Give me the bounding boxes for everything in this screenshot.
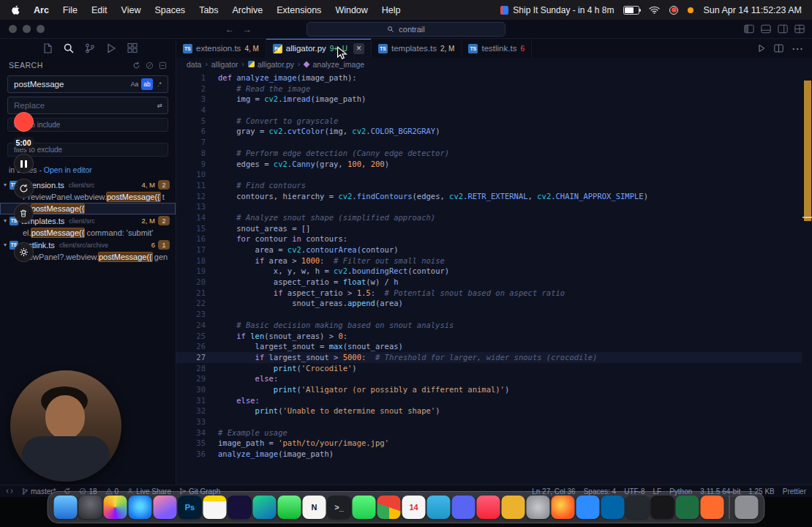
menu-arc[interactable]: Arc bbox=[34, 5, 49, 15]
code-line[interactable]: 6 gray = cv2.cvtColor(img, cv2.COLOR_BGR… bbox=[176, 126, 802, 137]
dock-vscode-icon[interactable] bbox=[601, 496, 625, 519]
code-line[interactable]: 2 # Read the image bbox=[176, 83, 802, 94]
code-line[interactable]: 23 bbox=[176, 309, 802, 320]
menu-file[interactable]: File bbox=[63, 5, 78, 15]
line-number[interactable]: 19 bbox=[176, 266, 218, 277]
webcam-overlay[interactable] bbox=[10, 370, 121, 482]
dock-slack-icon[interactable] bbox=[502, 496, 525, 519]
pause-recording-button[interactable] bbox=[14, 154, 34, 173]
collapse-all-icon[interactable] bbox=[159, 61, 167, 70]
line-number[interactable]: 14 bbox=[176, 212, 218, 223]
line-number[interactable]: 27 bbox=[176, 352, 218, 363]
minimize-window-button[interactable] bbox=[23, 25, 31, 33]
dock-zoom-icon[interactable] bbox=[576, 496, 600, 519]
apple-menu-icon[interactable] bbox=[10, 4, 22, 16]
line-number[interactable]: 3 bbox=[176, 94, 218, 105]
line-number[interactable]: 12 bbox=[176, 191, 218, 202]
status-remote[interactable] bbox=[6, 487, 13, 495]
close-tab-icon[interactable]: × bbox=[353, 43, 364, 54]
code-line[interactable]: 16 for contour in contours: bbox=[176, 233, 802, 244]
search-icon[interactable] bbox=[62, 42, 75, 55]
menu-window[interactable]: Window bbox=[335, 5, 367, 15]
breadcrumb-item[interactable]: alligator bbox=[211, 60, 238, 69]
line-number[interactable]: 10 bbox=[176, 169, 218, 180]
menu-edit[interactable]: Edit bbox=[91, 5, 108, 15]
tab-extension.ts[interactable]: TSextension.ts4, M bbox=[176, 39, 266, 58]
dock-tv-icon[interactable] bbox=[651, 496, 674, 519]
replace-input[interactable] bbox=[12, 100, 153, 111]
wifi-icon[interactable] bbox=[649, 6, 660, 14]
menu-view[interactable]: View bbox=[121, 5, 141, 15]
toggle-secondary-sidebar-icon[interactable] bbox=[778, 24, 788, 34]
line-number[interactable]: 22 bbox=[176, 298, 218, 309]
code-line[interactable]: 28 print('Crocodile') bbox=[176, 363, 802, 374]
dock-pycharm-icon[interactable] bbox=[253, 496, 277, 519]
line-number[interactable]: 6 bbox=[176, 126, 218, 137]
source-control-icon[interactable] bbox=[83, 42, 96, 55]
menu-help[interactable]: Help bbox=[382, 5, 401, 15]
code-line[interactable]: 9 edges = cv2.Canny(gray, 100, 200) bbox=[176, 159, 802, 170]
dock-calendar-icon[interactable]: 14 bbox=[402, 496, 426, 519]
dock-telegram-icon[interactable] bbox=[427, 496, 451, 519]
stop-recording-button[interactable] bbox=[14, 112, 34, 132]
menu-spaces[interactable]: Spaces bbox=[154, 5, 185, 15]
close-window-button[interactable] bbox=[9, 25, 17, 33]
code-line[interactable]: 27 if largest_snout > 5000: # Threshold … bbox=[176, 352, 802, 363]
code-line[interactable]: 19 x, y, w, h = cv2.boundingRect(contour… bbox=[176, 266, 802, 277]
code-line[interactable]: 11 # Find contours bbox=[176, 180, 802, 191]
split-editor-icon[interactable] bbox=[774, 44, 783, 53]
screen-recording-indicator-icon[interactable] bbox=[669, 6, 678, 15]
dock-chrome-icon[interactable] bbox=[377, 496, 401, 519]
zoom-window-button[interactable] bbox=[37, 25, 45, 33]
dock-system-settings-icon[interactable] bbox=[527, 496, 550, 519]
line-number[interactable]: 30 bbox=[176, 384, 218, 395]
code-line[interactable]: 18 if area > 1000: # Filter out small no… bbox=[176, 255, 802, 266]
files-to-exclude-input[interactable] bbox=[12, 145, 163, 154]
more-actions-icon[interactable]: ⋯ bbox=[792, 42, 803, 56]
breadcrumb-item[interactable]: data bbox=[187, 60, 201, 69]
line-number[interactable]: 36 bbox=[176, 449, 218, 460]
code-line[interactable]: 36analyze_image(image_path) bbox=[176, 449, 802, 460]
code-line[interactable]: 30 print('Alligator (or possibly a diffe… bbox=[176, 384, 802, 395]
code-line[interactable]: 7 bbox=[176, 137, 802, 148]
clear-search-results-icon[interactable] bbox=[146, 61, 154, 70]
line-number[interactable]: 15 bbox=[176, 223, 218, 234]
delete-recording-button[interactable] bbox=[14, 203, 34, 223]
line-number[interactable]: 24 bbox=[176, 320, 218, 331]
toggle-panel-icon[interactable] bbox=[761, 24, 771, 34]
code-line[interactable]: 34# Example usage bbox=[176, 427, 802, 438]
code-line[interactable]: 5 # Convert to grayscale bbox=[176, 116, 802, 127]
line-number[interactable]: 4 bbox=[176, 105, 218, 116]
open-in-editor-link[interactable]: Open in editor bbox=[44, 165, 92, 174]
dock-trash-icon[interactable] bbox=[735, 496, 759, 519]
line-number[interactable]: 25 bbox=[176, 331, 218, 342]
line-number[interactable]: 23 bbox=[176, 309, 218, 320]
refresh-search-icon[interactable] bbox=[132, 61, 140, 70]
code-line[interactable]: 14 # Analyze snout shape (simplified app… bbox=[176, 212, 802, 223]
code-line[interactable]: 25 if len(snout_areas) > 0: bbox=[176, 331, 802, 342]
menu-archive[interactable]: Archive bbox=[233, 5, 263, 15]
line-number[interactable]: 13 bbox=[176, 201, 218, 212]
dock-photos-icon[interactable] bbox=[104, 496, 127, 519]
line-number[interactable]: 1 bbox=[176, 72, 218, 83]
code-line[interactable]: 8 # Perform edge detection (Canny edge d… bbox=[176, 148, 802, 159]
battery-icon[interactable] bbox=[623, 6, 639, 15]
explorer-icon[interactable] bbox=[41, 42, 53, 55]
line-number[interactable]: 7 bbox=[176, 137, 218, 148]
dock-notes-icon[interactable] bbox=[203, 496, 227, 519]
line-number[interactable]: 34 bbox=[176, 427, 218, 438]
files-to-include-input[interactable] bbox=[12, 120, 163, 130]
code-line[interactable]: 13 bbox=[176, 201, 802, 212]
command-center[interactable]: contrail bbox=[307, 22, 505, 37]
code-line[interactable]: 26 largest_snout = max(snout_areas) bbox=[176, 341, 802, 352]
line-number[interactable]: 9 bbox=[176, 159, 218, 170]
code-line[interactable]: 31 else: bbox=[176, 395, 802, 406]
tab-templates.ts[interactable]: TStemplates.ts2, M bbox=[372, 39, 462, 58]
dock-facetime-icon[interactable] bbox=[278, 496, 301, 519]
code-line[interactable]: 33 bbox=[176, 416, 802, 427]
dock-obsidian-icon[interactable] bbox=[228, 496, 252, 519]
code-line[interactable]: 17 area = cv2.contourArea(contour) bbox=[176, 244, 802, 255]
dock-arc-icon[interactable] bbox=[154, 496, 177, 519]
breadcrumb-item[interactable]: analyze_image bbox=[304, 60, 364, 69]
customize-layout-icon[interactable] bbox=[794, 24, 805, 34]
